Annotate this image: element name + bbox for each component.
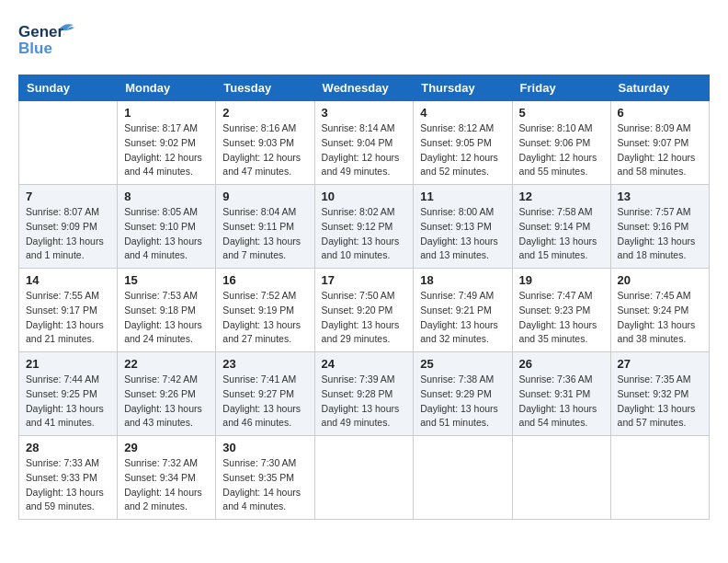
day-cell: 20 Sunrise: 7:45 AM Sunset: 9:24 PM Dayl…	[610, 269, 709, 352]
sunrise-text: Sunrise: 7:30 AM	[222, 457, 296, 468]
day-cell: 16 Sunrise: 7:52 AM Sunset: 9:19 PM Dayl…	[216, 269, 314, 352]
page-header: General Blue	[18, 18, 710, 60]
sunrise-text: Sunrise: 7:39 AM	[322, 373, 395, 385]
sunrise-text: Sunrise: 7:41 AM	[222, 373, 296, 385]
day-cell: 1 Sunrise: 8:17 AM Sunset: 9:02 PM Dayli…	[118, 101, 216, 185]
daylight-text: Daylight: 13 hours and 54 minutes.	[519, 403, 597, 429]
daylight-text: Daylight: 13 hours and 49 minutes.	[322, 403, 400, 429]
sunset-text: Sunset: 9:28 PM	[322, 388, 393, 399]
sunrise-text: Sunrise: 7:36 AM	[519, 373, 593, 385]
sunset-text: Sunset: 9:17 PM	[26, 304, 97, 316]
day-number: 28	[26, 441, 110, 454]
sunrise-text: Sunrise: 7:35 AM	[618, 373, 691, 385]
daylight-text: Daylight: 13 hours and 15 minutes.	[519, 236, 597, 261]
sunset-text: Sunset: 9:14 PM	[519, 221, 591, 232]
daylight-text: Daylight: 13 hours and 41 minutes.	[26, 403, 104, 429]
sunset-text: Sunset: 9:25 PM	[26, 388, 97, 399]
day-cell: 9 Sunrise: 8:04 AM Sunset: 9:11 PM Dayli…	[216, 185, 314, 269]
sunset-text: Sunset: 9:24 PM	[618, 304, 689, 316]
sunrise-text: Sunrise: 7:45 AM	[618, 290, 691, 301]
sunrise-text: Sunrise: 8:04 AM	[222, 206, 296, 217]
sunrise-text: Sunrise: 8:17 AM	[124, 122, 198, 133]
logo: General Blue	[18, 18, 77, 60]
day-info: Sunrise: 7:33 AM Sunset: 9:33 PM Dayligh…	[26, 456, 110, 514]
sunset-text: Sunset: 9:05 PM	[420, 137, 492, 148]
sunrise-text: Sunrise: 8:14 AM	[322, 122, 395, 133]
day-info: Sunrise: 7:30 AM Sunset: 9:35 PM Dayligh…	[222, 456, 307, 514]
daylight-text: Daylight: 13 hours and 4 minutes.	[124, 236, 202, 261]
daylight-text: Daylight: 13 hours and 59 minutes.	[26, 487, 104, 512]
logo-svg: General Blue	[18, 18, 64, 60]
day-info: Sunrise: 7:35 AM Sunset: 9:32 PM Dayligh…	[618, 373, 702, 431]
sunrise-text: Sunrise: 7:57 AM	[618, 206, 691, 217]
day-cell	[414, 436, 512, 520]
daylight-text: Daylight: 13 hours and 13 minutes.	[420, 236, 498, 261]
sunset-text: Sunset: 9:16 PM	[618, 221, 689, 232]
daylight-text: Daylight: 13 hours and 21 minutes.	[26, 319, 104, 345]
sunset-text: Sunset: 9:35 PM	[222, 472, 294, 483]
day-info: Sunrise: 7:38 AM Sunset: 9:29 PM Dayligh…	[420, 373, 505, 431]
day-number: 4	[420, 106, 505, 120]
sunset-text: Sunset: 9:13 PM	[420, 221, 492, 232]
day-number: 14	[26, 273, 110, 287]
day-cell: 8 Sunrise: 8:05 AM Sunset: 9:10 PM Dayli…	[118, 185, 216, 269]
day-number: 25	[420, 357, 505, 371]
sunset-text: Sunset: 9:33 PM	[26, 472, 97, 483]
sunrise-text: Sunrise: 8:12 AM	[420, 122, 494, 133]
day-number: 20	[618, 273, 702, 287]
sunrise-text: Sunrise: 7:42 AM	[124, 373, 198, 385]
day-number: 5	[519, 106, 604, 120]
day-number: 13	[618, 190, 702, 203]
daylight-text: Daylight: 14 hours and 4 minutes.	[222, 487, 301, 512]
sunset-text: Sunset: 9:11 PM	[222, 221, 294, 232]
sunrise-text: Sunrise: 7:33 AM	[26, 457, 99, 468]
day-info: Sunrise: 7:45 AM Sunset: 9:24 PM Dayligh…	[618, 289, 702, 347]
header-tuesday: Tuesday	[216, 75, 314, 101]
sunrise-text: Sunrise: 8:00 AM	[420, 206, 494, 217]
header-saturday: Saturday	[610, 75, 709, 101]
day-info: Sunrise: 8:09 AM Sunset: 9:07 PM Dayligh…	[618, 121, 702, 179]
day-cell: 12 Sunrise: 7:58 AM Sunset: 9:14 PM Dayl…	[512, 185, 610, 269]
day-number: 26	[519, 357, 604, 371]
day-info: Sunrise: 7:49 AM Sunset: 9:21 PM Dayligh…	[420, 289, 505, 347]
sunset-text: Sunset: 9:31 PM	[519, 388, 591, 399]
sunrise-text: Sunrise: 8:16 AM	[222, 122, 296, 133]
day-info: Sunrise: 8:05 AM Sunset: 9:10 PM Dayligh…	[124, 205, 209, 263]
day-number: 30	[222, 441, 307, 454]
day-info: Sunrise: 7:44 AM Sunset: 9:25 PM Dayligh…	[26, 373, 110, 431]
sunrise-text: Sunrise: 7:47 AM	[519, 290, 593, 301]
header-sunday: Sunday	[19, 75, 118, 101]
day-cell: 10 Sunrise: 8:02 AM Sunset: 9:12 PM Dayl…	[314, 185, 414, 269]
daylight-text: Daylight: 13 hours and 43 minutes.	[124, 403, 202, 429]
day-number: 10	[322, 190, 407, 203]
daylight-text: Daylight: 13 hours and 38 minutes.	[618, 319, 696, 345]
sunset-text: Sunset: 9:04 PM	[322, 137, 393, 148]
day-number: 19	[519, 273, 604, 287]
day-number: 18	[420, 273, 505, 287]
day-cell: 13 Sunrise: 7:57 AM Sunset: 9:16 PM Dayl…	[610, 185, 709, 269]
sunset-text: Sunset: 9:10 PM	[124, 221, 196, 232]
sunset-text: Sunset: 9:09 PM	[26, 221, 97, 232]
day-number: 23	[222, 357, 307, 371]
day-info: Sunrise: 7:36 AM Sunset: 9:31 PM Dayligh…	[519, 373, 604, 431]
day-cell: 17 Sunrise: 7:50 AM Sunset: 9:20 PM Dayl…	[314, 269, 414, 352]
day-cell: 27 Sunrise: 7:35 AM Sunset: 9:32 PM Dayl…	[610, 352, 709, 436]
day-info: Sunrise: 7:55 AM Sunset: 9:17 PM Dayligh…	[26, 289, 110, 347]
day-info: Sunrise: 7:32 AM Sunset: 9:34 PM Dayligh…	[124, 456, 209, 514]
daylight-text: Daylight: 13 hours and 27 minutes.	[222, 319, 301, 345]
sunrise-text: Sunrise: 7:55 AM	[26, 290, 99, 301]
day-number: 7	[26, 190, 110, 203]
day-cell: 18 Sunrise: 7:49 AM Sunset: 9:21 PM Dayl…	[414, 269, 512, 352]
calendar-body: 1 Sunrise: 8:17 AM Sunset: 9:02 PM Dayli…	[19, 101, 710, 520]
day-info: Sunrise: 7:41 AM Sunset: 9:27 PM Dayligh…	[222, 373, 307, 431]
day-number: 11	[420, 190, 505, 203]
day-cell: 26 Sunrise: 7:36 AM Sunset: 9:31 PM Dayl…	[512, 352, 610, 436]
day-info: Sunrise: 7:42 AM Sunset: 9:26 PM Dayligh…	[124, 373, 209, 431]
logo: General Blue	[18, 18, 77, 60]
day-cell: 22 Sunrise: 7:42 AM Sunset: 9:26 PM Dayl…	[118, 352, 216, 436]
day-cell	[19, 101, 118, 185]
week-row-4: 21 Sunrise: 7:44 AM Sunset: 9:25 PM Dayl…	[19, 352, 710, 436]
sunset-text: Sunset: 9:18 PM	[124, 304, 196, 316]
sunrise-text: Sunrise: 8:05 AM	[124, 206, 198, 217]
sunrise-text: Sunrise: 7:44 AM	[26, 373, 99, 385]
